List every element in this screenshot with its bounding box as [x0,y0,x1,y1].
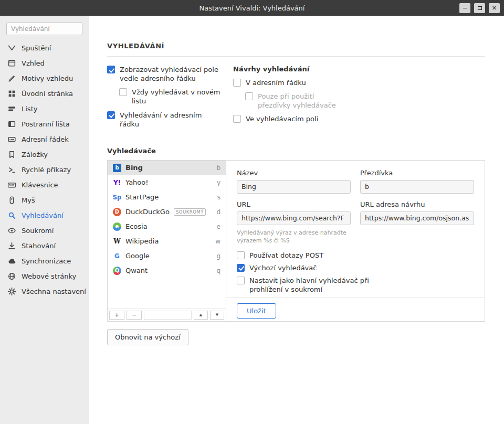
option-label: Ve vyhledávacím poli [246,114,318,123]
move-up-button[interactable]: ▲ [194,311,208,320]
ecosia-icon: e [113,222,121,231]
duckduckgo-icon: D [113,208,121,216]
sidebar-item-label: Spuštění [22,44,51,52]
show-search-field-checkbox[interactable] [107,66,115,73]
name-label: Název [237,169,351,177]
option-label: Výchozí vyhledávač [249,263,317,272]
engine-row-qwant[interactable]: Q Qwant q [108,263,226,278]
url-hint-text: Vyhledávaný výraz v adrese nahraďte výra… [237,229,368,245]
minimize-button[interactable]: − [459,3,470,13]
close-button[interactable]: × [489,3,500,13]
option-search-in-address-bar[interactable]: Vyhledávání v adresním řádku [107,111,233,129]
engine-row-bing[interactable]: b Bing b [108,161,226,175]
private-engine-checkbox[interactable] [237,277,245,284]
move-down-button[interactable]: ▼ [210,311,224,320]
option-always-new-tab[interactable]: Vždy vyhledávat v novém listu [119,88,233,105]
sidebar-item-privacy[interactable]: Soukromí [0,223,89,238]
sidebar-item-startup[interactable]: Spuštění [0,40,89,56]
engine-row-ecosia[interactable]: e Ecosia e [108,219,226,234]
reset-defaults-button[interactable]: Obnovit na výchozí [107,329,188,345]
download-icon [7,241,16,250]
post-queries-checkbox[interactable] [237,251,245,259]
settings-main: VYHLEDÁVÁNÍ Zobrazovat vyhledávací pole … [89,16,504,424]
option-private-engine[interactable]: Nastavit jako hlavní vyhledávač při proh… [237,276,474,294]
sidebar-item-tabs[interactable]: Listy [0,101,89,116]
engine-details-form: Název Přezdívka URL URL adresa návr [226,161,485,321]
sidebar-item-label: Klávesnice [22,181,58,189]
gear-icon [7,287,16,296]
maximize-icon [478,6,482,10]
engine-name: DuckDuckGo [125,208,170,216]
add-engine-button[interactable]: + [109,311,124,320]
suggestion-in-address-bar[interactable]: V adresním řádku [233,78,485,87]
engine-name: Yahoo! [125,178,148,186]
bookmark-icon [7,150,16,159]
suggestion-only-nickname[interactable]: Pouze při použití přezdívky vyhledávače [245,92,485,110]
quick-commands-icon [7,165,16,174]
sidebar-item-panel[interactable]: Postranní lišta [0,116,89,132]
settings-search-input[interactable] [6,22,82,35]
maximize-button[interactable] [474,3,485,13]
engine-row-wikipedia[interactable]: W Wikipedia w [108,234,226,249]
tabs-icon [7,104,16,113]
option-show-search-field[interactable]: Zobrazovat vyhledávací pole vedle adresn… [107,65,233,83]
option-default-engine[interactable]: Výchozí vyhledávač [237,263,474,272]
search-in-address-bar-checkbox[interactable] [107,111,115,119]
qwant-icon: Q [113,267,121,275]
option-post-queries[interactable]: Používat dotazy POST [237,251,474,260]
suggestion-in-search-field[interactable]: Ve vyhledávacím poli [233,114,485,123]
engine-name: StartPage [125,193,159,201]
startup-icon [7,44,16,52]
always-new-tab-checkbox[interactable] [119,88,127,96]
sidebar-item-label: Synchronizace [22,257,71,265]
option-label: Zobrazovat vyhledávací pole vedle adresn… [120,65,219,83]
sidebar-item-search[interactable]: Vyhledávání [0,208,89,223]
sidebar-item-appearance[interactable]: Vzhled [0,56,89,71]
sidebar-item-themes[interactable]: Motivy vzhledu [0,71,89,86]
url-field[interactable] [237,211,351,225]
private-badge: SOUKROMÝ [174,208,206,216]
engine-name: Bing [125,164,143,172]
sidebar-item-label: Záložky [22,151,48,158]
sidebar-item-address-bar[interactable]: Adresní řádek [0,132,89,147]
engine-nickname: b [216,164,220,172]
search-icon [7,211,16,220]
globe-icon [7,272,16,281]
nickname-field[interactable] [360,180,474,194]
sidebar-item-bookmarks[interactable]: Záložky [0,147,89,162]
option-label: V adresním řádku [246,78,306,87]
name-field[interactable] [237,180,351,194]
engines-panel: b Bing b Y! Yahoo! y Sp StartPage s [107,160,485,322]
engine-row-startpage[interactable]: Sp StartPage s [108,190,226,205]
suggestions-title: Návrhy vyhledávání [233,65,485,73]
window-title: Nastavení Vivaldi: Vyhledávání [200,4,305,12]
sidebar-item-label: Adresní řádek [22,135,69,143]
save-button[interactable]: Uložit [237,303,276,319]
engine-name: Wikipedia [125,237,159,245]
sidebar-item-all-settings[interactable]: Všechna nastavení [0,284,89,299]
settings-sidebar: Spuštění Vzhled Motivy vzhledu Úvodní st… [0,16,89,424]
sidebar-item-start-page[interactable]: Úvodní stránka [0,86,89,101]
engine-row-yahoo[interactable]: Y! Yahoo! y [108,175,226,190]
sidebar-item-downloads[interactable]: Stahování [0,238,89,253]
nickname-label: Přezdívka [360,169,474,177]
suggestion-nickname-checkbox[interactable] [245,92,253,100]
sidebar-item-keyboard[interactable]: Klávesnice [0,177,89,193]
sidebar-item-sync[interactable]: Synchronizace [0,253,89,269]
suggestion-address-checkbox[interactable] [233,79,241,87]
sidebar-item-label: Postranní lišta [22,120,70,128]
suggest-url-field[interactable] [360,211,474,225]
sidebar-item-mouse[interactable]: Myš [0,193,89,208]
engine-row-duckduckgo[interactable]: D DuckDuckGo SOUKROMÝ d [108,205,226,219]
suggestion-search-field-checkbox[interactable] [233,115,241,123]
sidebar-item-webpages[interactable]: Webové stránky [0,269,89,284]
settings-window: Nastavení Vivaldi: Vyhledávání − × Spušt… [0,0,504,424]
sidebar-item-quick-commands[interactable]: Rychlé příkazy [0,162,89,177]
default-engine-checkbox[interactable] [237,264,245,272]
engine-row-google[interactable]: G Google g [108,249,226,263]
eye-icon [7,226,16,235]
remove-engine-button[interactable]: − [127,311,142,320]
bing-icon: b [113,164,121,172]
side-panel-icon [7,120,16,129]
engine-list-toolbar: + − ▲ ▼ [108,309,226,321]
